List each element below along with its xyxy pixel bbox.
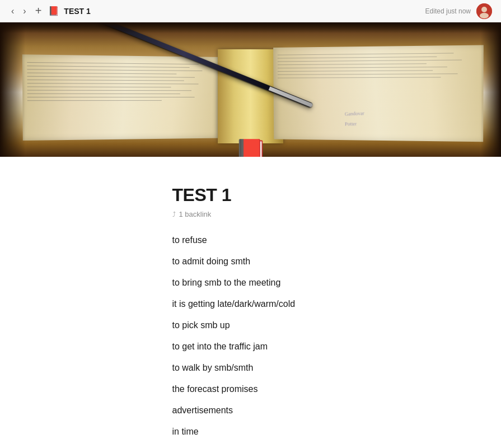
edited-status: Edited just now [425, 7, 471, 15]
page-icon-small: 📕 [48, 6, 59, 16]
add-button[interactable]: + [33, 3, 44, 18]
list-item: to admit doing smth [172, 251, 452, 272]
list-item: to walk by smb/smth [172, 357, 452, 379]
list-item: to bring smb to the meeting [172, 272, 452, 293]
backlink-icon: ⤴ [172, 211, 176, 218]
nav-controls: ‹ › + 📕 TEST 1 [9, 3, 91, 18]
page-title-bar: TEST 1 [64, 7, 90, 16]
avatar[interactable] [476, 3, 492, 19]
svg-point-1 [481, 7, 487, 12]
page-icon-overlay: 📕 [234, 138, 268, 157]
list-item: to go on holiday [172, 442, 452, 448]
list-item: to pick smb up [172, 315, 452, 336]
top-bar-right: Edited just now [425, 3, 492, 19]
book-right-page: Gandovar Potter [273, 45, 484, 142]
forward-button[interactable]: › [21, 5, 28, 17]
hero-image: Gandovar Potter 📕 [0, 22, 501, 157]
list-item: to get into the traffic jam [172, 336, 452, 357]
list-item: advertisements [172, 400, 452, 421]
book-left-page [22, 54, 222, 140]
top-navigation-bar: ‹ › + 📕 TEST 1 Edited just now [0, 0, 501, 22]
list-item: in time [172, 421, 452, 442]
book-background: Gandovar Potter [0, 22, 501, 157]
list-item: the forecast promises [172, 379, 452, 400]
list-item: it is getting late/dark/warm/cold [172, 293, 452, 315]
content-area: TEST 1 ⤴ 1 backlink to refuseto admit do… [49, 157, 452, 448]
list-item: to refuse [172, 230, 452, 251]
svg-point-2 [480, 13, 489, 18]
page-title: TEST 1 [172, 185, 452, 206]
back-button[interactable]: ‹ [9, 5, 16, 17]
backlink-row[interactable]: ⤴ 1 backlink [172, 210, 452, 218]
backlink-text: 1 backlink [179, 210, 212, 218]
vocabulary-list: to refuseto admit doing smthto bring smb… [172, 230, 452, 448]
